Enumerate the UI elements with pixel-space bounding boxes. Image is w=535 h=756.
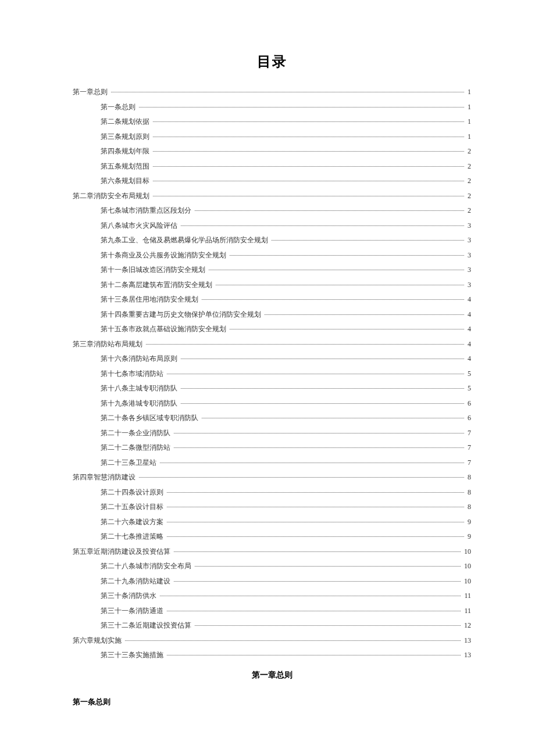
toc-entry-page: 4 xyxy=(465,311,471,318)
toc-entry: 第六章规划实施13 xyxy=(73,637,471,644)
toc-leader-dots xyxy=(153,181,464,181)
toc-leader-dots xyxy=(174,581,461,582)
toc-entry-page: 3 xyxy=(465,281,471,288)
toc-entry-page: 10 xyxy=(462,548,471,555)
toc-entry-label: 第十七条市域消防站 xyxy=(101,370,166,377)
toc-entry-label: 第七条城市消防重点区段划分 xyxy=(101,207,194,214)
toc-entry-label: 第十四条重要古建与历史文物保护单位消防安全规划 xyxy=(101,311,263,318)
toc-entry-label: 第三十条消防供水 xyxy=(101,592,159,599)
toc-entry-label: 第二十七条推进策略 xyxy=(101,533,166,540)
toc-entry: 第四条规划年限2 xyxy=(73,148,471,155)
toc-entry: 第三十条消防供水11 xyxy=(73,592,471,599)
toc-entry-page: 7 xyxy=(465,444,471,451)
toc-entry: 第三十三条实施措施13 xyxy=(73,651,471,658)
toc-entry-page: 1 xyxy=(465,88,471,95)
toc-leader-dots xyxy=(216,285,464,285)
toc-leader-dots xyxy=(202,299,464,300)
toc-entry: 第二十八条城市消防安全布局10 xyxy=(73,562,471,569)
toc-leader-dots xyxy=(167,492,464,493)
toc-leader-dots xyxy=(167,536,464,537)
toc-entry-label: 第二十二条微型消防站 xyxy=(101,444,173,451)
toc-entry-label: 第十条商业及公共服务设施消防安全规划 xyxy=(101,252,229,259)
toc-leader-dots xyxy=(160,463,464,463)
toc-entry-label: 第三十二条近期建设投资估算 xyxy=(101,622,194,629)
toc-entry: 第十一条旧城改造区消防安全规划3 xyxy=(73,266,471,273)
toc-entry-page: 4 xyxy=(465,341,471,347)
toc-entry-page: 3 xyxy=(465,252,471,259)
toc-entry-label: 第三章消防站布局规划 xyxy=(73,341,145,347)
toc-leader-dots xyxy=(230,255,464,256)
toc-leader-dots xyxy=(125,640,461,641)
toc-entry-label: 第四章智慧消防建设 xyxy=(73,474,138,481)
toc-entry-label: 第十五条市政就点基础设施消防安全规划 xyxy=(101,325,229,332)
toc-entry: 第十六条消防站布局原则4 xyxy=(73,355,471,362)
toc-leader-dots xyxy=(181,359,464,359)
toc-entry: 第一章总则1 xyxy=(73,88,471,95)
toc-entry: 第一条总则1 xyxy=(73,103,471,110)
toc-entry-label: 第二十条各乡镇区域专职消防队 xyxy=(101,414,201,421)
toc-entry: 第十五条市政就点基础设施消防安全规划4 xyxy=(73,325,471,332)
toc-entry: 第二十条各乡镇区域专职消防队6 xyxy=(73,414,471,421)
toc-leader-dots xyxy=(209,270,464,270)
toc-leader-dots xyxy=(160,596,461,596)
toc-entry-page: 8 xyxy=(465,503,471,510)
toc-entry-label: 第二十五条设计目标 xyxy=(101,503,166,510)
toc-leader-dots xyxy=(202,418,464,418)
toc-entry-page: 4 xyxy=(465,296,471,303)
toc-leader-dots xyxy=(153,121,464,122)
toc-entry: 第八条城市火灾风险评估3 xyxy=(73,222,471,229)
toc-entry: 第三十一条消防通道11 xyxy=(73,607,471,614)
toc-leader-dots xyxy=(181,388,464,389)
toc-leader-dots xyxy=(146,344,464,345)
toc-entry: 第十条商业及公共服务设施消防安全规划3 xyxy=(73,252,471,259)
toc-entry: 第五条规划范围2 xyxy=(73,163,471,170)
toc-entry-page: 12 xyxy=(462,622,471,629)
toc-entry-label: 第十三条居住用地消防安全规划 xyxy=(101,296,201,303)
toc-entry: 第十八条主城专职消防队5 xyxy=(73,385,471,392)
toc-entry-label: 第十九条港城专职消防队 xyxy=(101,400,180,407)
toc-title: 目录 xyxy=(73,52,471,71)
toc-entry-page: 9 xyxy=(465,533,471,540)
toc-entry-label: 第二十一条企业消防队 xyxy=(101,429,173,436)
toc-entry: 第二十九条消防站建设10 xyxy=(73,578,471,585)
toc-entry-label: 第六章规划实施 xyxy=(73,637,124,644)
toc-entry-label: 第六条规划目标 xyxy=(101,177,152,184)
toc-entry: 第五章近期消防建设及投资估算10 xyxy=(73,548,471,555)
toc-entry-page: 3 xyxy=(465,266,471,273)
toc-leader-dots xyxy=(265,314,464,315)
toc-entry-label: 第三十一条消防通道 xyxy=(101,607,166,614)
toc-entry-label: 第五条规划范围 xyxy=(101,163,152,170)
toc-entry: 第十九条港城专职消防队6 xyxy=(73,400,471,407)
toc-leader-dots xyxy=(272,240,464,241)
toc-entry-page: 4 xyxy=(465,355,471,362)
toc-leader-dots xyxy=(153,196,464,196)
toc-leader-dots xyxy=(139,477,464,478)
toc-entry-page: 9 xyxy=(465,518,471,525)
toc-entry: 第九条工业、仓储及易燃易爆化学品场所消防安全规划3 xyxy=(73,237,471,243)
toc-entry-page: 11 xyxy=(462,592,471,599)
toc-leader-dots xyxy=(111,92,464,92)
toc-entry-label: 第四条规划年限 xyxy=(101,148,152,155)
toc-entry-label: 第十二条高层建筑布置消防安全规划 xyxy=(101,281,215,288)
toc-entry-page: 10 xyxy=(462,578,471,585)
toc-entry: 第二章消防安全布局规划2 xyxy=(73,192,471,199)
toc-leader-dots xyxy=(230,329,464,329)
toc-entry-page: 2 xyxy=(465,148,471,155)
toc-entry-page: 2 xyxy=(465,192,471,199)
toc-entry-label: 第二十四条设计原则 xyxy=(101,489,166,496)
toc-entry: 第十七条市域消防站5 xyxy=(73,370,471,377)
toc-leader-dots xyxy=(153,137,464,137)
toc-leader-dots xyxy=(195,625,461,626)
toc-entry: 第三十二条近期建设投资估算12 xyxy=(73,622,471,629)
toc-entry-page: 2 xyxy=(465,177,471,184)
toc-entry-page: 5 xyxy=(465,370,471,377)
toc-leader-dots xyxy=(167,611,461,611)
toc-entry-label: 第九条工业、仓储及易燃易爆化学品场所消防安全规划 xyxy=(101,237,270,243)
toc-entry-label: 第三条规划原则 xyxy=(101,133,152,140)
toc-entry: 第七条城市消防重点区段划分2 xyxy=(73,207,471,214)
toc-leader-dots xyxy=(195,210,464,211)
toc-entry-page: 1 xyxy=(465,118,471,125)
toc-entry-label: 第八条城市火灾风险评估 xyxy=(101,222,180,229)
toc-entry-page: 6 xyxy=(465,414,471,421)
toc-entry: 第二十七条推进策略9 xyxy=(73,533,471,540)
